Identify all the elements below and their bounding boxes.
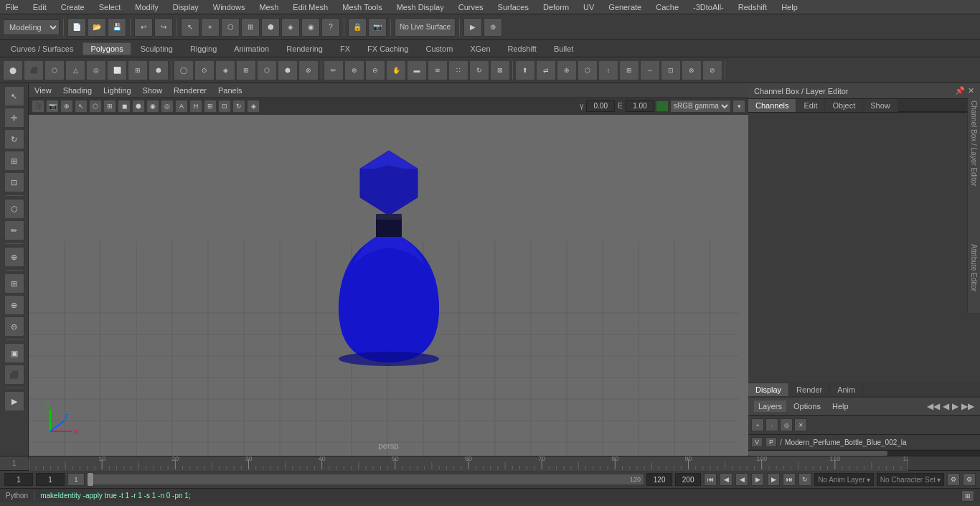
layers-scrollbar-thumb[interactable] — [748, 451, 887, 456]
menu-deform[interactable]: Deform — [540, 3, 572, 11]
extrude-icon-btn[interactable]: ⬆ — [515, 60, 535, 80]
play-fwd-btn[interactable]: ▶ — [751, 473, 764, 486]
sphere-icon-btn[interactable]: ⬤ — [3, 60, 23, 80]
menu-meshtools[interactable]: Mesh Tools — [339, 3, 385, 11]
vp-sel-btn[interactable]: ↖ — [75, 100, 88, 113]
vp-hud-btn[interactable]: H — [189, 100, 202, 113]
mode-dropdown[interactable]: ModelingRiggingAnimation — [3, 19, 60, 35]
menu-mesh[interactable]: Mesh — [256, 3, 281, 11]
cyl-icon-btn[interactable]: ⬡ — [44, 60, 65, 80]
prim4-icon-btn[interactable]: ⊗ — [298, 60, 319, 80]
universal-tool-btn[interactable]: ⊡ — [4, 172, 24, 192]
repeat-icon-btn[interactable]: ↻ — [469, 60, 489, 80]
loop-icon-btn[interactable]: ↕ — [598, 60, 618, 80]
relax-icon-btn[interactable]: ⊖ — [365, 60, 385, 80]
vp-tex-btn[interactable]: ⬢ — [132, 100, 145, 113]
torus-icon-btn[interactable]: ◎ — [86, 60, 106, 80]
layer-icon-3[interactable]: ◎ — [780, 418, 793, 431]
prim3-icon-btn[interactable]: ⬢ — [278, 60, 298, 80]
layers-scrollbar[interactable] — [748, 450, 980, 456]
menu-uv[interactable]: UV — [580, 3, 597, 11]
vp-gamma-value[interactable] — [586, 100, 615, 112]
loop-btn[interactable]: ↻ — [798, 473, 811, 486]
sculpt-icon-btn[interactable]: ✏ — [324, 60, 344, 80]
display-tab[interactable]: Display — [748, 383, 789, 396]
anim-tab[interactable]: Anim — [830, 383, 863, 396]
tab-sculpting[interactable]: Sculpting — [133, 42, 181, 55]
snap2-btn[interactable]: ◈ — [281, 18, 300, 37]
viewport-scene[interactable]: X Y Z persp — [29, 83, 748, 456]
frame-end-field[interactable] — [646, 473, 672, 486]
soft-sel-btn[interactable]: ⬡ — [4, 199, 24, 219]
char-set-dropdown[interactable]: No Character Set ▾ — [877, 473, 944, 486]
render-tab[interactable]: Render — [789, 383, 830, 396]
show-manip-btn[interactable]: ⊕ — [4, 247, 24, 267]
vp-renderer-menu[interactable]: Renderer — [171, 86, 209, 95]
lp-tab-options[interactable]: Options — [789, 400, 825, 412]
vp-light-btn[interactable]: ◉ — [146, 100, 159, 113]
history-btn[interactable]: ▣ — [4, 343, 24, 363]
menu-generate[interactable]: Generate — [606, 3, 644, 11]
prev-key-btn[interactable]: ⏮ — [704, 473, 717, 486]
live-surface-btn[interactable]: No Live Surface — [395, 18, 456, 37]
timeline-slider[interactable]: 120 — [88, 474, 644, 484]
vp-wire-btn[interactable]: ⊞ — [103, 100, 116, 113]
timeline-ruler[interactable]: 102030405060708090100110120 — [29, 456, 908, 471]
settings2-btn[interactable]: ⚙ — [963, 473, 976, 486]
relax2-icon-btn[interactable]: ⊘ — [702, 60, 722, 80]
vp-cam3-btn[interactable]: ⊕ — [60, 100, 73, 113]
cam-btn[interactable]: 📷 — [368, 18, 387, 37]
cone-icon-btn[interactable]: △ — [65, 60, 85, 80]
vtab-attr-label[interactable]: Attribute Editor — [969, 241, 979, 294]
menu-editmesh[interactable]: Edit Mesh — [290, 3, 331, 11]
vp-panels-menu[interactable]: Panels — [215, 86, 245, 95]
merge-icon-btn[interactable]: ⊕ — [557, 60, 577, 80]
snap-btn[interactable]: ⊞ — [241, 18, 260, 37]
cb-tab-show[interactable]: Show — [863, 99, 898, 112]
vp-res-btn[interactable]: ⊡ — [218, 100, 231, 113]
grab-icon-btn[interactable]: ✋ — [386, 60, 406, 80]
prim8-icon-btn[interactable]: ⬢ — [149, 60, 169, 80]
cb-tab-channels[interactable]: Channels — [748, 99, 796, 112]
menu-cache[interactable]: Cache — [653, 3, 682, 11]
vp-lighting-menu[interactable]: Lighting — [100, 86, 134, 95]
cb-tab-edit[interactable]: Edit — [796, 99, 825, 112]
vp-cam-btn[interactable]: 🎥 — [32, 100, 44, 113]
layer-row[interactable]: V P / Modern_Perfume_Bottle_Blue_002_la — [748, 435, 980, 450]
frame-field-1[interactable] — [4, 473, 33, 486]
menu-help[interactable]: Help — [778, 3, 801, 11]
menu-create[interactable]: Create — [58, 3, 88, 11]
brush-icon-btn[interactable]: ⊕ — [344, 60, 364, 80]
layer-playback-btn[interactable]: P — [765, 437, 777, 447]
recent-btn[interactable]: ⬛ — [4, 365, 24, 385]
multi-icon-btn[interactable]: ⊞ — [619, 60, 639, 80]
ipr-btn[interactable]: ⊕ — [484, 18, 502, 37]
py-copy-btn[interactable]: ⊞ — [961, 490, 974, 502]
vtab-channel-label[interactable]: Channel Box / Layer Editor — [969, 98, 979, 189]
next-frame-btn[interactable]: ▶ — [767, 473, 780, 486]
offset-icon-btn[interactable]: ⊡ — [661, 60, 681, 80]
render-view-btn[interactable]: ▶ — [4, 391, 24, 411]
foamy-icon-btn[interactable]: ≋ — [428, 60, 448, 80]
lp-tab-help[interactable]: Help — [828, 400, 853, 412]
bridge-icon-btn[interactable]: ⇌ — [536, 60, 556, 80]
autokey-btn[interactable]: ⚙ — [947, 473, 960, 486]
subdiv-icon-btn[interactable]: ⊞ — [128, 60, 148, 80]
vp-shade-btn[interactable]: ◼ — [118, 100, 131, 113]
target-icon-btn[interactable]: ⊗ — [682, 60, 702, 80]
menu-surfaces[interactable]: Surfaces — [495, 3, 532, 11]
vp-settings-btn[interactable]: ▾ — [732, 100, 745, 113]
vp-loop-btn[interactable]: ↻ — [232, 100, 245, 113]
tab-fxcaching[interactable]: FX Caching — [359, 42, 416, 55]
vp-obj-btn[interactable]: ⬡ — [89, 100, 102, 113]
save-btn[interactable]: 💾 — [108, 18, 126, 37]
vp-gamma-dropdown[interactable]: sRGB gamma — [670, 100, 731, 113]
vp-exposure-value[interactable] — [626, 100, 654, 112]
vp-aa-btn[interactable]: A — [175, 100, 188, 113]
play-back-btn[interactable]: ◀ — [735, 473, 748, 486]
tab-curves-surfaces[interactable]: Curves / Surfaces — [3, 42, 81, 55]
flatten-icon-btn[interactable]: ▬ — [407, 60, 427, 80]
imp-icon-btn[interactable]: ⊠ — [490, 60, 510, 80]
new-scene-btn[interactable]: 📄 — [67, 18, 86, 37]
anim-layer-dropdown[interactable]: No Anim Layer ▾ — [814, 473, 874, 486]
